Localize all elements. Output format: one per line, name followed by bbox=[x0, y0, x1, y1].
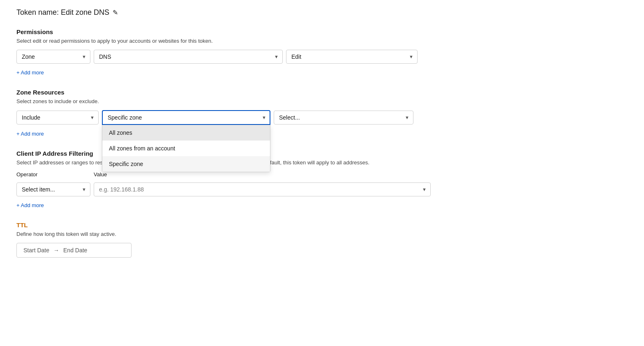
zone-resources-section: Zone Resources Select zones to include o… bbox=[16, 89, 628, 137]
permissions-add-more[interactable]: + Add more bbox=[16, 69, 44, 76]
include-select-wrapper[interactable]: Include Exclude ▼ bbox=[16, 111, 99, 125]
include-select[interactable]: Include Exclude bbox=[16, 111, 99, 125]
zone-resources-title: Zone Resources bbox=[16, 89, 628, 96]
start-date-label: Start Date bbox=[23, 247, 49, 254]
zone-type-dropdown-menu: All zones All zones from an account Spec… bbox=[102, 125, 270, 172]
operator-label: Operator bbox=[16, 171, 90, 178]
access-select-wrapper[interactable]: Edit Read ▼ bbox=[286, 50, 418, 64]
ip-add-more[interactable]: + Add more bbox=[16, 202, 44, 208]
resource-select-wrapper[interactable]: DNS Zone Firewall Cache ▼ bbox=[94, 50, 283, 64]
zone-select[interactable]: Select... bbox=[274, 111, 413, 125]
permissions-desc: Select edit or read permissions to apply… bbox=[16, 38, 628, 44]
resource-select[interactable]: DNS Zone Firewall Cache bbox=[94, 50, 283, 64]
end-date-label: End Date bbox=[63, 247, 87, 254]
zone-select-wrapper[interactable]: Select... ▼ bbox=[274, 111, 413, 125]
permissions-title: Permissions bbox=[16, 28, 628, 35]
dropdown-item-all-zones[interactable]: All zones bbox=[102, 125, 270, 141]
page-title: Token name: Edit zone DNS ✎ bbox=[16, 8, 628, 17]
zone-resources-add-more[interactable]: + Add more bbox=[16, 131, 44, 137]
zone-resources-desc: Select zones to include or exclude. bbox=[16, 98, 628, 104]
scope-select-wrapper[interactable]: Zone Account User ▼ bbox=[16, 50, 90, 64]
access-select[interactable]: Edit Read bbox=[286, 50, 418, 64]
ttl-section: TTL Define how long this token will stay… bbox=[16, 221, 628, 258]
dropdown-item-all-zones-account[interactable]: All zones from an account bbox=[102, 141, 270, 156]
token-name-label: Token name: Edit zone DNS bbox=[16, 8, 109, 17]
dropdown-item-specific-zone[interactable]: Specific zone bbox=[102, 156, 270, 172]
value-input-wrapper[interactable]: ▼ bbox=[94, 182, 431, 196]
operator-select[interactable]: Select item... Is in Is not in bbox=[16, 182, 90, 196]
date-range-picker[interactable]: Start Date → End Date bbox=[16, 243, 132, 258]
value-label: Value bbox=[94, 171, 628, 178]
operator-select-wrapper[interactable]: Select item... Is in Is not in ▼ bbox=[16, 182, 90, 196]
ip-labels-row: Operator Value bbox=[16, 171, 628, 180]
scope-select[interactable]: Zone Account User bbox=[16, 50, 90, 64]
value-input[interactable] bbox=[94, 182, 431, 196]
ip-row: Select item... Is in Is not in ▼ ▼ bbox=[16, 182, 628, 196]
ttl-desc: Define how long this token will stay act… bbox=[16, 231, 628, 237]
ttl-title: TTL bbox=[16, 221, 628, 228]
permissions-row: Zone Account User ▼ DNS Zone Firewall Ca… bbox=[16, 50, 628, 64]
permissions-section: Permissions Select edit or read permissi… bbox=[16, 28, 628, 76]
zone-type-dropdown-wrapper[interactable]: ▼ All zones All zones from an account Sp… bbox=[102, 110, 270, 125]
zone-resources-row: Include Exclude ▼ ▼ All zones All zones … bbox=[16, 110, 628, 125]
edit-title-icon[interactable]: ✎ bbox=[113, 9, 118, 16]
date-arrow-icon: → bbox=[53, 247, 59, 254]
zone-type-input[interactable] bbox=[102, 110, 270, 125]
